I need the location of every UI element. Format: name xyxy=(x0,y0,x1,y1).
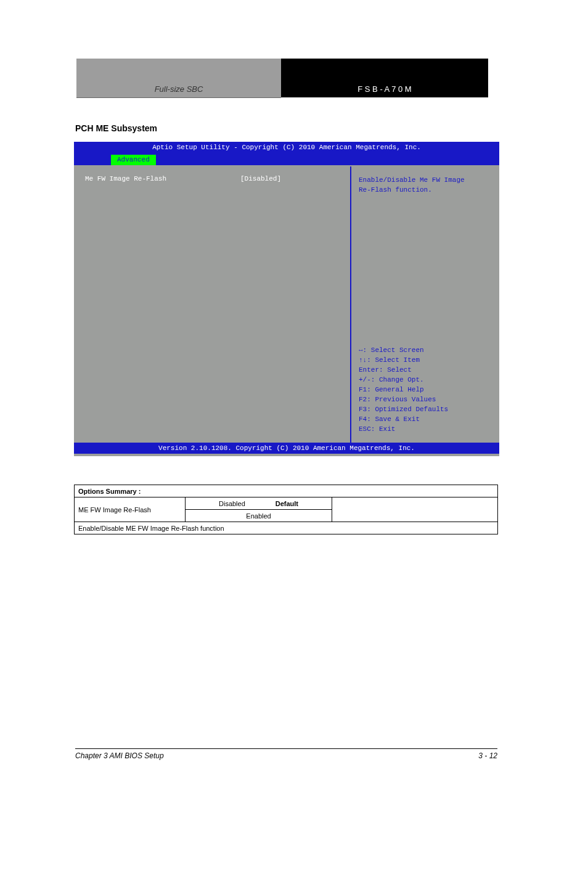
table-header-row: Options Summary : xyxy=(75,485,498,497)
table-title-cell: Options Summary : xyxy=(75,485,498,497)
bios-key-line: +/-: Change Opt. xyxy=(359,375,492,385)
spacer xyxy=(359,195,492,345)
bios-left-pane: Me FW Image Re-Flash [Disabled] xyxy=(74,166,350,443)
bios-key-line: ↔: Select Screen xyxy=(359,345,492,355)
options-summary-table: Options Summary : ME FW Image Re-Flash D… xyxy=(74,485,498,534)
footer-page-number: 3 - 12 xyxy=(478,751,497,760)
table-row: ME FW Image Re-Flash Disabled Default xyxy=(75,497,498,510)
option-default-marker: Default xyxy=(276,500,298,507)
option-name-cell: ME FW Image Re-Flash xyxy=(75,497,186,522)
bios-body: Me FW Image Re-Flash [Disabled] Enable/D… xyxy=(74,165,499,443)
bios-key-help: ↔: Select Screen ↑↓: Select Item Enter: … xyxy=(359,345,492,434)
bios-key-line: F1: General Help xyxy=(359,385,492,395)
bios-help-line: Enable/Disable Me FW Image xyxy=(359,175,492,185)
option-description-cell: Enable/Disable ME FW Image Re-Flash func… xyxy=(75,522,498,534)
bios-key-line: ↑↓: Select Item xyxy=(359,355,492,365)
bios-setting-value: [Disabled] xyxy=(240,175,281,182)
bios-footer-bar: Version 2.10.1208. Copyright (C) 2010 Am… xyxy=(74,443,499,454)
bios-key-line: F2: Previous Values xyxy=(359,395,492,404)
option-value-cell: Enabled xyxy=(186,510,332,522)
option-desc-empty xyxy=(332,497,498,522)
bios-screenshot: Aptio Setup Utility - Copyright (C) 2010… xyxy=(74,142,499,456)
bios-tab-advanced[interactable]: Advanced xyxy=(111,155,156,165)
bios-help-line: Re-Flash function. xyxy=(359,185,492,195)
page-footer: Chapter 3 AMI BIOS Setup 3 - 12 xyxy=(75,748,497,760)
bios-help-description: Enable/Disable Me FW Image Re-Flash func… xyxy=(359,175,492,195)
bios-setting-label: Me FW Image Re-Flash xyxy=(85,175,240,182)
section-title: PCH ME Subsystem xyxy=(75,123,157,133)
bios-key-line: Enter: Select xyxy=(359,365,492,375)
bios-key-line: F3: Optimized Defaults xyxy=(359,404,492,414)
header-left-title: Full-size SBC xyxy=(76,59,281,98)
bios-key-line: F4: Save & Exit xyxy=(359,414,492,424)
bios-tab-bar: Advanced xyxy=(74,153,499,165)
bios-setting-row[interactable]: Me FW Image Re-Flash [Disabled] xyxy=(85,175,339,182)
bios-right-pane: Enable/Disable Me FW Image Re-Flash func… xyxy=(350,166,499,443)
bios-title-bar: Aptio Setup Utility - Copyright (C) 2010… xyxy=(74,142,499,153)
header-right-model: F S B - A 7 0 M xyxy=(281,59,488,98)
bios-key-line: ESC: Exit xyxy=(359,424,492,434)
document-header: Full-size SBC F S B - A 7 0 M xyxy=(76,59,488,98)
footer-chapter: Chapter 3 AMI BIOS Setup xyxy=(75,751,164,760)
option-value-text: Disabled xyxy=(219,500,245,507)
table-row: Enable/Disable ME FW Image Re-Flash func… xyxy=(75,522,498,534)
option-value-cell: Disabled Default xyxy=(186,497,332,510)
